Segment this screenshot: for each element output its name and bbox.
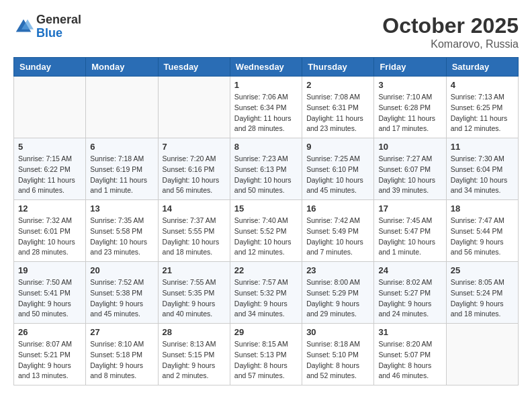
logo-icon <box>13 17 34 37</box>
day-cell-3-3: 22Sunrise: 7:57 AMSunset: 5:32 PMDayligh… <box>230 262 302 324</box>
header-thursday: Thursday <box>302 58 374 77</box>
day-cell-0-3: 1Sunrise: 7:06 AMSunset: 6:34 PMDaylight… <box>230 77 302 138</box>
day-cell-3-5: 24Sunrise: 8:02 AMSunset: 5:27 PMDayligh… <box>374 262 446 324</box>
day-info: Sunrise: 7:08 AMSunset: 6:31 PMDaylight:… <box>306 92 369 134</box>
day-info: Sunrise: 7:18 AMSunset: 6:19 PMDaylight:… <box>90 154 153 196</box>
title-section: October 2025 Komarovo, Russia <box>382 13 519 50</box>
day-info: Sunrise: 7:20 AMSunset: 6:16 PMDaylight:… <box>163 154 226 196</box>
day-info: Sunrise: 7:27 AMSunset: 6:07 PMDaylight:… <box>378 154 441 196</box>
logo-text: General Blue <box>36 13 81 40</box>
week-row-2: 5Sunrise: 7:15 AMSunset: 6:22 PMDaylight… <box>14 138 519 200</box>
day-info: Sunrise: 7:45 AMSunset: 5:47 PMDaylight:… <box>378 216 441 258</box>
day-number: 7 <box>163 142 226 152</box>
week-row-1: 1Sunrise: 7:06 AMSunset: 6:34 PMDaylight… <box>14 77 519 138</box>
day-cell-4-6 <box>446 324 518 385</box>
day-info: Sunrise: 7:23 AMSunset: 6:13 PMDaylight:… <box>234 154 298 196</box>
day-number: 8 <box>234 142 298 152</box>
day-cell-0-6: 4Sunrise: 7:13 AMSunset: 6:25 PMDaylight… <box>446 77 518 138</box>
header-saturday: Saturday <box>446 58 518 77</box>
day-info: Sunrise: 7:25 AMSunset: 6:10 PMDaylight:… <box>306 154 369 196</box>
month-title: October 2025 <box>382 13 519 38</box>
header-friday: Friday <box>374 58 446 77</box>
day-info: Sunrise: 7:35 AMSunset: 5:58 PMDaylight:… <box>90 216 153 258</box>
calendar: Sunday Monday Tuesday Wednesday Thursday… <box>13 57 519 385</box>
location: Komarovo, Russia <box>382 38 519 50</box>
day-cell-3-2: 21Sunrise: 7:55 AMSunset: 5:35 PMDayligh… <box>158 262 230 324</box>
day-info: Sunrise: 8:18 AMSunset: 5:10 PMDaylight:… <box>306 339 369 381</box>
day-number: 27 <box>90 327 153 337</box>
day-cell-2-6: 18Sunrise: 7:47 AMSunset: 5:44 PMDayligh… <box>446 200 518 262</box>
day-number: 10 <box>378 142 441 152</box>
day-cell-1-4: 9Sunrise: 7:25 AMSunset: 6:10 PMDaylight… <box>302 138 374 200</box>
day-info: Sunrise: 7:52 AMSunset: 5:38 PMDaylight:… <box>90 277 153 320</box>
day-cell-1-6: 11Sunrise: 7:30 AMSunset: 6:04 PMDayligh… <box>446 138 518 200</box>
day-info: Sunrise: 8:05 AMSunset: 5:24 PMDaylight:… <box>451 277 514 320</box>
day-number: 23 <box>306 265 369 275</box>
day-number: 16 <box>306 203 369 214</box>
day-number: 28 <box>163 327 226 337</box>
day-number: 12 <box>18 203 81 214</box>
day-number: 25 <box>451 265 514 275</box>
day-number: 19 <box>18 265 81 275</box>
day-number: 21 <box>163 265 226 275</box>
day-number: 5 <box>18 142 81 152</box>
day-cell-2-5: 17Sunrise: 7:45 AMSunset: 5:47 PMDayligh… <box>374 200 446 262</box>
day-cell-0-4: 2Sunrise: 7:08 AMSunset: 6:31 PMDaylight… <box>302 77 374 138</box>
logo: General Blue <box>13 13 81 40</box>
day-cell-1-1: 6Sunrise: 7:18 AMSunset: 6:19 PMDaylight… <box>86 138 158 200</box>
logo-general-text: General <box>36 13 81 27</box>
day-number: 26 <box>18 327 81 337</box>
day-number: 13 <box>90 203 153 214</box>
day-info: Sunrise: 8:15 AMSunset: 5:13 PMDaylight:… <box>234 339 298 381</box>
day-cell-3-0: 19Sunrise: 7:50 AMSunset: 5:41 PMDayligh… <box>14 262 86 324</box>
header-wednesday: Wednesday <box>230 58 302 77</box>
day-cell-2-1: 13Sunrise: 7:35 AMSunset: 5:58 PMDayligh… <box>86 200 158 262</box>
calendar-header: Sunday Monday Tuesday Wednesday Thursday… <box>14 58 519 77</box>
day-cell-3-1: 20Sunrise: 7:52 AMSunset: 5:38 PMDayligh… <box>86 262 158 324</box>
day-number: 9 <box>306 142 369 152</box>
header-tuesday: Tuesday <box>158 58 230 77</box>
day-number: 24 <box>378 265 441 275</box>
day-info: Sunrise: 8:02 AMSunset: 5:27 PMDaylight:… <box>378 277 441 320</box>
day-info: Sunrise: 7:57 AMSunset: 5:32 PMDaylight:… <box>234 277 298 320</box>
day-info: Sunrise: 7:32 AMSunset: 6:01 PMDaylight:… <box>18 216 81 258</box>
day-number: 22 <box>234 265 298 275</box>
day-info: Sunrise: 7:37 AMSunset: 5:55 PMDaylight:… <box>163 216 226 258</box>
day-cell-2-2: 14Sunrise: 7:37 AMSunset: 5:55 PMDayligh… <box>158 200 230 262</box>
logo-blue-text: Blue <box>36 27 81 40</box>
day-cell-4-1: 27Sunrise: 8:10 AMSunset: 5:18 PMDayligh… <box>86 324 158 385</box>
day-cell-4-0: 26Sunrise: 8:07 AMSunset: 5:21 PMDayligh… <box>14 324 86 385</box>
day-info: Sunrise: 7:06 AMSunset: 6:34 PMDaylight:… <box>234 92 298 134</box>
day-number: 3 <box>378 80 441 90</box>
week-row-4: 19Sunrise: 7:50 AMSunset: 5:41 PMDayligh… <box>14 262 519 324</box>
day-cell-1-5: 10Sunrise: 7:27 AMSunset: 6:07 PMDayligh… <box>374 138 446 200</box>
day-cell-0-2 <box>158 77 230 138</box>
day-number: 2 <box>306 80 369 90</box>
header-monday: Monday <box>86 58 158 77</box>
day-number: 15 <box>234 203 298 214</box>
header-sunday: Sunday <box>14 58 86 77</box>
day-cell-0-5: 3Sunrise: 7:10 AMSunset: 6:28 PMDaylight… <box>374 77 446 138</box>
day-cell-0-0 <box>14 77 86 138</box>
day-cell-2-0: 12Sunrise: 7:32 AMSunset: 6:01 PMDayligh… <box>14 200 86 262</box>
day-info: Sunrise: 7:30 AMSunset: 6:04 PMDaylight:… <box>451 154 514 196</box>
week-row-3: 12Sunrise: 7:32 AMSunset: 6:01 PMDayligh… <box>14 200 519 262</box>
day-info: Sunrise: 8:13 AMSunset: 5:15 PMDaylight:… <box>163 339 226 381</box>
day-cell-3-6: 25Sunrise: 8:05 AMSunset: 5:24 PMDayligh… <box>446 262 518 324</box>
day-cell-0-1 <box>86 77 158 138</box>
day-info: Sunrise: 7:10 AMSunset: 6:28 PMDaylight:… <box>378 92 441 134</box>
day-number: 17 <box>378 203 441 214</box>
day-number: 20 <box>90 265 153 275</box>
day-number: 30 <box>306 327 369 337</box>
day-cell-1-0: 5Sunrise: 7:15 AMSunset: 6:22 PMDaylight… <box>14 138 86 200</box>
day-number: 1 <box>234 80 298 90</box>
day-cell-4-3: 29Sunrise: 8:15 AMSunset: 5:13 PMDayligh… <box>230 324 302 385</box>
day-info: Sunrise: 8:10 AMSunset: 5:18 PMDaylight:… <box>90 339 153 381</box>
day-cell-4-5: 31Sunrise: 8:20 AMSunset: 5:07 PMDayligh… <box>374 324 446 385</box>
week-row-5: 26Sunrise: 8:07 AMSunset: 5:21 PMDayligh… <box>14 324 519 385</box>
day-number: 14 <box>163 203 226 214</box>
day-number: 4 <box>451 80 514 90</box>
days-header-row: Sunday Monday Tuesday Wednesday Thursday… <box>14 58 519 77</box>
day-cell-4-4: 30Sunrise: 8:18 AMSunset: 5:10 PMDayligh… <box>302 324 374 385</box>
day-info: Sunrise: 7:50 AMSunset: 5:41 PMDaylight:… <box>18 277 81 320</box>
